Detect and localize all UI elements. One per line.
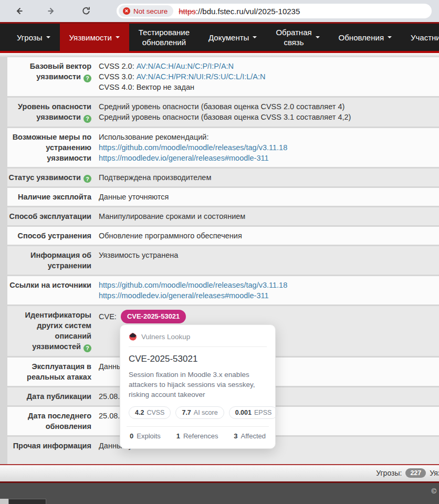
row-label-text: Ссылки на источники: [9, 281, 91, 289]
row-label: Способ эксплуатации: [7, 211, 99, 222]
popup-metrics: 4.2CVSS7.7AI score0.001EPSS: [129, 406, 267, 419]
back-button[interactable]: [13, 5, 25, 17]
value-link[interactable]: https://moodledev.io/general/releases#mo…: [99, 290, 269, 301]
url-text: https://bdu.fstec.ru/vul/2025-10235: [179, 7, 300, 16]
row-value: CVSS 2.0: AV:N/AC:H/Au:N/C:P/I:P/A:NCVSS…: [99, 61, 439, 92]
metric-label: EPSS: [254, 409, 271, 416]
table-row: Наличие эксплойтаДанные уточняются: [7, 188, 439, 206]
row-label-text: Статус уязвимости: [8, 173, 81, 182]
value-link[interactable]: https://moodledev.io/general/releases#mo…: [99, 153, 269, 163]
row-label: Информация об устранении: [7, 250, 99, 271]
value-line: CVSS 2.0: AV:N/AC:H/Au:N/C:P/I:P/A:N: [99, 61, 434, 71]
value-text: Использование рекомендаций:: [99, 132, 208, 142]
row-value: Подтверждена производителем: [99, 172, 439, 183]
nav-item-update-testing[interactable]: Тестирование обновлений: [129, 24, 199, 51]
metric-pill: 4.2CVSS: [129, 406, 171, 419]
row-label: Прочая информация: [7, 440, 99, 460]
value-text: CVSS 4.0: Вектор не задан: [99, 82, 194, 92]
row-label-text: Способ эксплуатации: [9, 212, 91, 220]
reload-button[interactable]: [80, 5, 92, 17]
forward-arrow-icon: [47, 6, 56, 16]
row-label: Дата последнего обновления: [7, 411, 99, 432]
db-stats: Угрозы: 227 Уязвимости:: [376, 465, 439, 481]
row-label: Дата публикации: [7, 391, 99, 402]
value-text: Манипулирование сроками и состоянием: [99, 211, 245, 222]
value-link[interactable]: https://github.com/moodle/moodle/release…: [99, 142, 287, 153]
help-icon[interactable]: ?: [83, 344, 91, 352]
table-row: Способ устраненияОбновление программного…: [7, 227, 439, 245]
row-label: Уровень опасности уязвимости?: [7, 101, 99, 123]
value-link[interactable]: AV:N/AC:H/PR:N/UI:R/S:U/C:L/I:L/A:N: [137, 71, 266, 82]
table-row: Информация об устраненииУязвимость устра…: [7, 246, 439, 275]
row-label-text: Дата последнего обновления: [28, 412, 91, 430]
help-icon[interactable]: ?: [83, 115, 91, 123]
stat-label: Exploits: [137, 432, 161, 440]
table-row: Ссылки на источникиhttps://github.com/mo…: [7, 276, 439, 304]
value-text: Уязвимость устранена: [99, 250, 178, 260]
popup-stats: 0Exploits1References3Affected: [129, 432, 267, 442]
row-value: Данные уточняются: [99, 192, 439, 202]
row-label: Эксплуатация в реальных атаках: [7, 361, 99, 382]
value-line: https://github.com/moodle/moodle/release…: [99, 280, 434, 290]
copyright-symbol: ©: [431, 487, 436, 495]
stat-item: 0Exploits: [130, 432, 161, 440]
nav-item-label: Угрозы: [17, 33, 43, 43]
nav-item-participants[interactable]: Участники: [401, 24, 439, 51]
value-text: Средний уровень опасности (базовая оценк…: [99, 112, 351, 122]
not-secure-chip[interactable]: ✕ Not secure: [119, 5, 173, 17]
popup-description: Session fixation in Moodle 3.x enables a…: [129, 370, 267, 400]
value-link[interactable]: AV:N/AC:H/Au:N/C:P/I:P/A:N: [137, 61, 234, 71]
nav-item-updates[interactable]: Обновления: [329, 24, 401, 51]
vulners-lookup-popup: Vulners Lookup CVE-2025-53021 Session fi…: [120, 324, 276, 449]
not-secure-icon: ✕: [123, 7, 130, 15]
value-line: https://moodledev.io/general/releases#mo…: [99, 290, 434, 301]
nav-item-vulnerabilities[interactable]: Уязвимости: [60, 24, 129, 51]
metric-value: 7.7: [182, 409, 191, 416]
row-label-text: Базовый вектор уязвимости: [30, 62, 91, 81]
nav-item-threats[interactable]: Угрозы: [7, 24, 60, 51]
popup-header: Vulners Lookup: [129, 332, 267, 347]
stat-value: 3: [234, 432, 237, 440]
nav-item-label: Документы: [208, 33, 249, 43]
link-preview-statusbar: [0, 499, 46, 504]
metric-pill: 7.7AI score: [175, 406, 224, 419]
row-value: Средний уровень опасности (базовая оценк…: [99, 101, 439, 123]
value-line: Использование рекомендаций:: [99, 132, 434, 142]
stat-label: References: [183, 432, 218, 440]
row-label-text: Возможные меры по устранению уязвимости: [13, 133, 91, 162]
nav-item-label: Обновления: [339, 33, 384, 43]
popup-cve-title: CVE-2025-53021: [129, 354, 267, 364]
nav-item-feedback[interactable]: Обратная связь: [266, 24, 329, 51]
not-secure-label: Not secure: [133, 7, 168, 15]
table-row: Уровень опасности уязвимости?Средний уро…: [7, 98, 439, 127]
back-arrow-icon: [14, 6, 24, 16]
threats-count-label: Угрозы:: [376, 469, 402, 477]
chevron-down-icon: [388, 36, 392, 38]
value-line: https://github.com/moodle/moodle/release…: [99, 142, 434, 153]
row-label: Наличие эксплойта: [7, 192, 99, 202]
value-line: CVE: CVE-2025-53021: [99, 310, 434, 323]
browser-window: ✕ Not secure https://bdu.fstec.ru/vul/20…: [0, 0, 439, 504]
stat-value: 0: [130, 432, 133, 440]
value-line: CVSS 4.0: Вектор не задан: [99, 82, 434, 92]
row-label: Статус уязвимости?: [7, 172, 99, 183]
cve-badge[interactable]: CVE-2025-53021: [121, 310, 186, 323]
help-icon[interactable]: ?: [83, 175, 91, 183]
stat-item: 1References: [176, 432, 218, 440]
value-line: CVSS 3.0: AV:N/AC:H/PR:N/UI:R/S:U/C:L/I:…: [99, 71, 434, 82]
value-line: Данные уточняются: [99, 192, 434, 202]
address-bar[interactable]: ✕ Not secure https://bdu.fstec.ru/vul/20…: [117, 4, 432, 18]
nav-item-label: Обратная связь: [276, 27, 311, 47]
help-icon[interactable]: ?: [83, 75, 91, 82]
forward-button[interactable]: [45, 5, 58, 17]
page-footer: ©: [0, 483, 439, 504]
table-row: Способ эксплуатацииМанипулирование срока…: [7, 207, 439, 225]
nav-item-documents[interactable]: Документы: [199, 24, 266, 51]
row-value: https://github.com/moodle/moodle/release…: [99, 280, 439, 301]
table-row: Возможные меры по устранению уязвимостиИ…: [7, 128, 439, 167]
browser-toolbar: ✕ Not secure https://bdu.fstec.ru/vul/20…: [0, 0, 439, 22]
row-label-text: Прочая информация: [13, 442, 91, 450]
row-label-text: Идентификаторы других систем описаний уя…: [25, 311, 91, 351]
value-text: Обновление программного обеспечения: [99, 230, 242, 241]
value-link[interactable]: https://github.com/moodle/moodle/release…: [99, 280, 287, 290]
